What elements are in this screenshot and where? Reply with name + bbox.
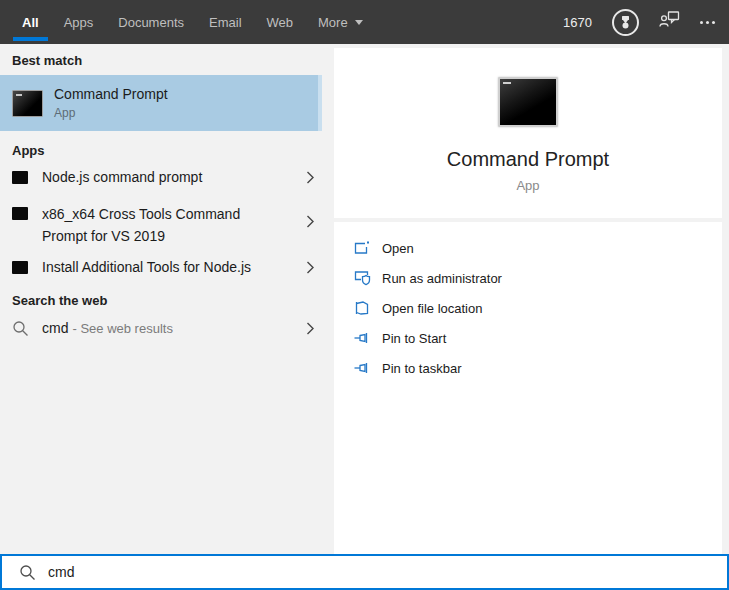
search-web-header: Search the web bbox=[12, 293, 107, 308]
taskbar-search-box[interactable] bbox=[0, 554, 729, 590]
preview-title: Command Prompt bbox=[334, 148, 722, 171]
actions-card: Open Run as administrator Open file loca… bbox=[334, 222, 722, 554]
preview-subtitle: App bbox=[334, 178, 722, 193]
feedback-icon[interactable] bbox=[659, 11, 680, 33]
command-prompt-icon bbox=[12, 90, 43, 117]
best-match-result[interactable]: Command Prompt App bbox=[0, 75, 322, 131]
chevron-right-icon[interactable] bbox=[306, 215, 314, 228]
action-label: Pin to taskbar bbox=[382, 361, 462, 376]
open-window-icon bbox=[354, 240, 371, 256]
action-pin-to-taskbar[interactable]: Pin to taskbar bbox=[334, 353, 722, 383]
terminal-icon bbox=[12, 207, 28, 220]
list-item-label: x86_x64 Cross Tools Command Prompt for V… bbox=[42, 203, 282, 247]
windows-search-panel: All Apps Documents Email Web More 1670 bbox=[0, 0, 729, 590]
action-open-file-location[interactable]: Open file location bbox=[334, 293, 722, 323]
chevron-right-icon[interactable] bbox=[306, 322, 314, 335]
command-prompt-icon bbox=[498, 77, 558, 127]
tab-email[interactable]: Email bbox=[209, 0, 242, 44]
list-item-install-tools-nodejs[interactable]: Install Additional Tools for Node.js bbox=[0, 250, 322, 284]
list-item-cross-tools-prompt[interactable]: x86_x64 Cross Tools Command Prompt for V… bbox=[0, 196, 322, 248]
search-filter-bar: All Apps Documents Email Web More 1670 bbox=[0, 0, 729, 44]
terminal-icon bbox=[12, 261, 28, 274]
web-search-suffix: - See web results bbox=[72, 321, 172, 336]
best-match-header: Best match bbox=[12, 53, 82, 68]
chevron-right-icon[interactable] bbox=[306, 171, 314, 184]
action-label: Run as administrator bbox=[382, 271, 502, 286]
topbar-right-controls: 1670 bbox=[563, 9, 715, 36]
folder-icon bbox=[354, 300, 371, 316]
list-item-label: Node.js command prompt bbox=[42, 166, 202, 188]
shield-window-icon bbox=[354, 270, 371, 286]
list-item-web-search[interactable]: cmd - See web results bbox=[0, 310, 322, 346]
apps-header: Apps bbox=[12, 143, 45, 158]
tab-more-label: More bbox=[318, 15, 348, 30]
best-match-title: Command Prompt bbox=[54, 86, 168, 102]
action-open[interactable]: Open bbox=[334, 233, 722, 263]
web-search-query: cmd bbox=[42, 320, 68, 336]
search-input[interactable] bbox=[48, 564, 727, 580]
action-pin-to-start[interactable]: Pin to Start bbox=[334, 323, 722, 353]
magnifier-icon bbox=[12, 320, 29, 337]
rewards-points: 1670 bbox=[563, 15, 592, 30]
preview-card: Command Prompt App bbox=[334, 48, 722, 218]
pin-icon bbox=[354, 360, 371, 376]
tab-more[interactable]: More bbox=[318, 0, 363, 44]
action-run-as-administrator[interactable]: Run as administrator bbox=[334, 263, 722, 293]
pin-icon bbox=[354, 330, 371, 346]
action-label: Pin to Start bbox=[382, 331, 446, 346]
action-label: Open bbox=[382, 241, 414, 256]
list-item-nodejs-prompt[interactable]: Node.js command prompt bbox=[0, 160, 322, 194]
action-label: Open file location bbox=[382, 301, 482, 316]
ellipsis-icon[interactable] bbox=[700, 21, 703, 24]
magnifier-icon bbox=[19, 564, 36, 581]
tab-apps[interactable]: Apps bbox=[64, 0, 94, 44]
tab-all[interactable]: All bbox=[22, 0, 39, 44]
chevron-right-icon[interactable] bbox=[306, 261, 314, 274]
terminal-icon bbox=[12, 171, 28, 184]
tab-documents[interactable]: Documents bbox=[118, 0, 184, 44]
tab-web[interactable]: Web bbox=[267, 0, 294, 44]
rewards-medal-icon[interactable] bbox=[612, 9, 639, 36]
list-item-label: Install Additional Tools for Node.js bbox=[42, 256, 251, 278]
results-panel: Best match Command Prompt App Apps Node.… bbox=[0, 44, 322, 554]
chevron-down-icon bbox=[355, 20, 363, 25]
best-match-subtitle: App bbox=[54, 106, 168, 120]
